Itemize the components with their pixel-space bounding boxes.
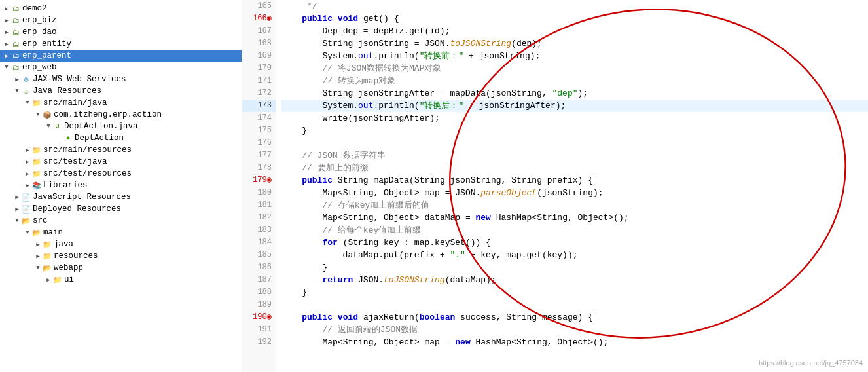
project-icon-erp_biz: 🗂 bbox=[10, 15, 21, 26]
resources-folder-icon: 📁 bbox=[42, 251, 52, 261]
label-main: main bbox=[43, 228, 242, 237]
arrow-jax-ws: ▶ bbox=[13, 75, 21, 83]
tree-item-ui[interactable]: ▶ 📁 ui bbox=[0, 274, 242, 286]
code-line-165: */ bbox=[281, 0, 868, 12]
deployed-resources-icon: 📄 bbox=[21, 204, 31, 214]
arrow-deptaction-java: ▼ bbox=[45, 122, 52, 130]
tree-item-resources[interactable]: ▶ 📁 resources bbox=[0, 250, 242, 262]
label-java-resources: Java Resources bbox=[33, 86, 242, 96]
label-src-main-java: src/main/java bbox=[43, 98, 242, 107]
label-resources: resources bbox=[54, 251, 242, 261]
arrow-demo2: ▶ bbox=[3, 5, 10, 12]
code-line-181: // 存储key加上前缀后的值 bbox=[281, 199, 868, 212]
label-com-pkg: com.itzheng.erp.action bbox=[54, 110, 242, 119]
tree-item-erp_parent[interactable]: ▶ 🗂 erp_parent bbox=[0, 50, 242, 62]
label-src-test-resources: src/test/resources bbox=[43, 169, 242, 178]
project-icon-demo2: 🗂 bbox=[10, 3, 21, 14]
line-num-181: 181 bbox=[242, 199, 276, 212]
arrow-src-main-java: ▼ bbox=[24, 99, 31, 107]
line-num-187: 187 bbox=[242, 274, 276, 286]
line-num-171: 171 bbox=[242, 75, 276, 87]
code-line-174: write(jsonStringAfter); bbox=[281, 112, 868, 124]
line-num-166: 166◉ bbox=[242, 12, 276, 25]
tree-item-java-resources[interactable]: ▼ ☕ Java Resources bbox=[0, 85, 242, 97]
arrow-ui: ▶ bbox=[45, 276, 52, 284]
line-num-179: 179◉ bbox=[242, 174, 276, 187]
srcfolder-icon-test-java: 📁 bbox=[31, 157, 42, 167]
label-ui: ui bbox=[64, 275, 242, 284]
code-line-180: Map<String, Object> map = JSON.parseObje… bbox=[281, 187, 868, 199]
tree-item-src-test-resources[interactable]: ▶ 📁 src/test/resources bbox=[0, 168, 242, 179]
package-icon: 📦 bbox=[42, 109, 52, 120]
tree-item-erp_biz[interactable]: ▶ 🗂 erp_biz bbox=[0, 14, 242, 26]
tree-item-deptaction-class[interactable]: ▶ ● DeptAction bbox=[0, 132, 242, 144]
arrow-src-test-java: ▶ bbox=[24, 158, 31, 166]
label-deployed-resources: Deployed Resources bbox=[33, 204, 242, 214]
code-line-176 bbox=[281, 137, 868, 149]
library-icon: 📚 bbox=[31, 180, 42, 191]
code-line-186: } bbox=[281, 261, 868, 274]
tree-item-erp_dao[interactable]: ▶ 🗂 erp_dao bbox=[0, 26, 242, 38]
arrow-src: ▼ bbox=[13, 217, 21, 225]
file-tree[interactable]: ▶ 🗂 demo2 ▶ 🗂 erp_biz ▶ 🗂 erp_dao ▶ 🗂 er… bbox=[0, 0, 242, 372]
code-line-192: Map<String, Object> map = new HashMap<St… bbox=[281, 336, 868, 348]
tree-item-js-resources[interactable]: ▶ 📄 JavaScript Resources bbox=[0, 191, 242, 203]
label-webapp: webapp bbox=[54, 263, 242, 272]
tree-item-webapp[interactable]: ▼ 📂 webapp bbox=[0, 262, 242, 274]
code-line-187: return JSON.toJSONString(dataMap); bbox=[281, 274, 868, 286]
line-num-182: 182 bbox=[242, 212, 276, 224]
srcfolder-icon-test-res: 📁 bbox=[31, 168, 42, 179]
code-line-171: // 转换为map对象 bbox=[281, 75, 868, 87]
code-panel[interactable]: 165 166◉ 167 168 169 170 171 172 173 174… bbox=[242, 0, 868, 372]
tree-item-src-main-java[interactable]: ▼ 📁 src/main/java bbox=[0, 97, 242, 109]
code-line-166: public void get() { bbox=[281, 12, 868, 25]
tree-item-erp_web[interactable]: ▼ 🗂 erp_web bbox=[0, 62, 242, 73]
code-line-167: Dep dep = depBiz.get(id); bbox=[281, 25, 868, 37]
ui-folder-icon: 📁 bbox=[52, 274, 63, 285]
label-deptaction-java: DeptAction.java bbox=[64, 122, 242, 131]
tree-item-src[interactable]: ▼ 📂 src bbox=[0, 215, 242, 227]
label-erp_biz: erp_biz bbox=[22, 16, 242, 25]
code-line-179: public String mapData(String jsonString,… bbox=[281, 174, 868, 187]
label-erp_web: erp_web bbox=[22, 63, 242, 72]
code-line-184: for (String key : map.keySet()) { bbox=[281, 236, 868, 249]
java-folder-icon: 📁 bbox=[42, 239, 52, 250]
label-libraries: Libraries bbox=[43, 181, 242, 190]
tree-item-src-main-resources[interactable]: ▶ 📁 src/main/resources bbox=[0, 144, 242, 156]
code-editor: 165 166◉ 167 168 169 170 171 172 173 174… bbox=[242, 0, 868, 372]
webapp-folder-icon: 📂 bbox=[42, 263, 52, 273]
tree-item-libraries[interactable]: ▶ 📚 Libraries bbox=[0, 179, 242, 191]
arrow-erp_dao: ▶ bbox=[3, 28, 10, 36]
code-line-175: } bbox=[281, 124, 868, 137]
line-num-190: 190◉ bbox=[242, 311, 276, 324]
arrow-src-test-resources: ▶ bbox=[24, 170, 31, 177]
label-jax-ws: JAX-WS Web Services bbox=[33, 75, 242, 84]
tree-item-java[interactable]: ▶ 📁 java bbox=[0, 238, 242, 250]
line-num-168: 168 bbox=[242, 37, 276, 50]
main-folder-icon: 📂 bbox=[31, 227, 42, 238]
line-num-174: 174 bbox=[242, 112, 276, 124]
code-line-173: System.out.println("转换后：" + jsonStringAf… bbox=[281, 100, 868, 112]
tree-item-main[interactable]: ▼ 📂 main bbox=[0, 227, 242, 238]
line-num-169: 169 bbox=[242, 50, 276, 62]
tree-item-demo2[interactable]: ▶ 🗂 demo2 bbox=[0, 3, 242, 14]
tree-item-src-test-java[interactable]: ▶ 📁 src/test/java bbox=[0, 156, 242, 168]
project-icon-erp_parent: 🗂 bbox=[10, 50, 21, 61]
java-resources-icon: ☕ bbox=[21, 86, 31, 96]
line-num-186: 186 bbox=[242, 261, 276, 274]
tree-item-erp_entity[interactable]: ▶ 🗂 erp_entity bbox=[0, 38, 242, 50]
tree-item-deployed-resources[interactable]: ▶ 📄 Deployed Resources bbox=[0, 203, 242, 215]
arrow-erp_biz: ▶ bbox=[3, 16, 10, 24]
code-line-182: Map<String, Object> dataMap = new HashMa… bbox=[281, 212, 868, 224]
js-resources-icon: 📄 bbox=[21, 192, 31, 202]
tree-item-com-pkg[interactable]: ▼ 📦 com.itzheng.erp.action bbox=[0, 109, 242, 121]
tree-item-deptaction-java[interactable]: ▼ J DeptAction.java bbox=[0, 121, 242, 132]
code-content[interactable]: */ public void get() { Dep dep = depBiz.… bbox=[276, 0, 868, 372]
code-line-190: public void ajaxReturn(boolean success, … bbox=[281, 311, 868, 324]
tree-item-jax-ws[interactable]: ▶ ⚙ JAX-WS Web Services bbox=[0, 73, 242, 85]
arrow-main: ▼ bbox=[24, 229, 31, 236]
code-line-172: String jsonStringAfter = mapData(jsonStr… bbox=[281, 87, 868, 100]
line-num-177: 177 bbox=[242, 149, 276, 162]
jax-ws-icon: ⚙ bbox=[21, 74, 31, 84]
label-java: java bbox=[54, 240, 242, 249]
